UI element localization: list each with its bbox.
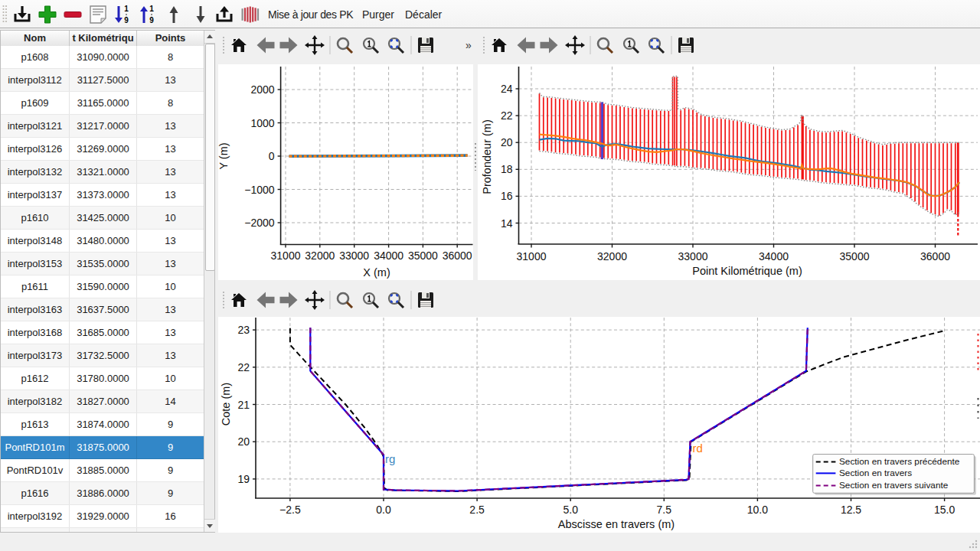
svg-text:Cote (m): Cote (m) — [220, 383, 232, 425]
svg-text:−2000: −2000 — [244, 217, 275, 229]
svg-text:Y (m): Y (m) — [218, 142, 230, 169]
svg-text:20: 20 — [501, 136, 513, 148]
svg-text:Abscisse en travers (m): Abscisse en travers (m) — [558, 518, 675, 530]
svg-text:34000: 34000 — [374, 249, 403, 262]
svg-text:23: 23 — [237, 324, 250, 336]
svg-text:16: 16 — [501, 190, 513, 202]
svg-text:32000: 32000 — [597, 250, 627, 262]
svg-text:31000: 31000 — [271, 249, 301, 262]
svg-text:22: 22 — [237, 361, 250, 373]
svg-text:18: 18 — [501, 163, 513, 175]
svg-text:0.0: 0.0 — [376, 504, 391, 516]
svg-text:Section en travers suivante: Section en travers suivante — [839, 480, 949, 491]
svg-text:35000: 35000 — [840, 250, 870, 262]
svg-text:12.5: 12.5 — [841, 504, 861, 516]
svg-text:7.5: 7.5 — [657, 504, 672, 516]
svg-text:−2.5: −2.5 — [279, 504, 301, 516]
svg-text:34000: 34000 — [759, 250, 789, 262]
svg-text:2000: 2000 — [250, 83, 274, 96]
svg-text:19: 19 — [237, 473, 250, 485]
svg-text:36000: 36000 — [920, 250, 950, 262]
svg-text:−1000: −1000 — [244, 184, 275, 196]
svg-text:X (m): X (m) — [363, 266, 390, 279]
svg-text:15.0: 15.0 — [934, 504, 955, 516]
svg-text:33000: 33000 — [339, 249, 369, 262]
svg-text:rd: rd — [692, 442, 702, 455]
svg-text:0: 0 — [269, 150, 275, 162]
svg-text:24: 24 — [501, 83, 513, 95]
svg-text:32000: 32000 — [305, 249, 335, 262]
svg-text:1000: 1000 — [250, 117, 274, 129]
svg-text:2.5: 2.5 — [469, 504, 485, 516]
svg-text:31000: 31000 — [517, 250, 547, 262]
svg-text:22: 22 — [501, 109, 513, 122]
svg-text:35000: 35000 — [408, 249, 438, 262]
svg-text:Section en travers précédente: Section en travers précédente — [839, 456, 960, 467]
svg-text:14: 14 — [501, 217, 513, 230]
svg-text:10.0: 10.0 — [747, 504, 768, 516]
svg-text:33000: 33000 — [678, 250, 708, 262]
svg-text:21: 21 — [237, 399, 250, 411]
svg-text:36000: 36000 — [443, 249, 472, 262]
svg-text:1: 1 — [124, 5, 129, 13]
svg-text:Section en travers: Section en travers — [839, 468, 912, 478]
svg-text:Point Kilométrique (m): Point Kilométrique (m) — [692, 265, 802, 277]
svg-text:rg: rg — [385, 452, 395, 465]
svg-text:»: » — [466, 39, 472, 51]
svg-text:20: 20 — [237, 435, 250, 448]
svg-text:1: 1 — [149, 5, 154, 13]
svg-text:Profondeur (m): Profondeur (m) — [481, 119, 493, 194]
svg-text:5.0: 5.0 — [563, 504, 578, 516]
